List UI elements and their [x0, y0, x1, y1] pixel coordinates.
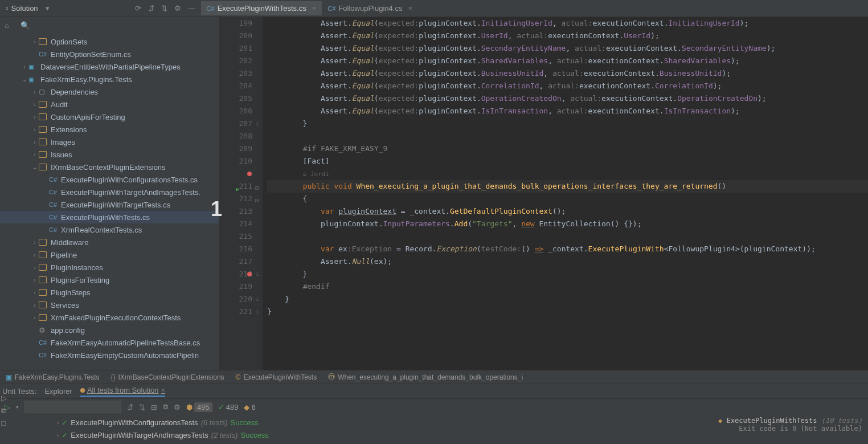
tab-label: FollowupPlugin4.cs — [338, 4, 402, 13]
chevron-right-icon[interactable]: › — [57, 432, 59, 438]
config-icon: ⚙ — [39, 326, 48, 334]
breadcrumb-item[interactable]: ⓜWhen_executing_a_plugin_that_demands_bu… — [328, 372, 523, 382]
chevron-icon[interactable]: › — [31, 315, 39, 321]
chevron-icon[interactable]: › — [31, 101, 39, 108]
tree-item[interactable]: ›PluginSteps — [0, 286, 219, 299]
filter-icon[interactable]: ⧉ — [163, 402, 168, 412]
chevron-icon[interactable]: ⌄ — [31, 164, 39, 170]
cs-icon: C# — [327, 5, 335, 12]
chevron-icon[interactable]: › — [31, 302, 39, 308]
breadcrumb-item[interactable]: {}IXrmBaseContextPluginExtensions — [111, 373, 224, 381]
code-area[interactable]: Assert.Equal(expected:pluginContext.Init… — [263, 17, 868, 370]
chevron-icon[interactable]: › — [31, 252, 39, 258]
chevron-down-icon[interactable]: ▾ — [16, 404, 19, 410]
chevron-icon[interactable]: › — [31, 290, 39, 296]
chevron-icon[interactable]: › — [31, 264, 39, 271]
sort-icon[interactable]: ⇅ — [139, 403, 145, 412]
tree-item[interactable]: ›Services — [0, 299, 219, 311]
collapse-icon[interactable]: ⇵ — [148, 4, 154, 13]
tree-item[interactable]: ›PluginsForTesting — [0, 274, 219, 286]
chevron-icon[interactable]: › — [31, 39, 39, 45]
minimize-icon[interactable]: — — [188, 4, 195, 13]
chevron-icon[interactable]: ⌄ — [21, 76, 28, 83]
tree-item[interactable]: ›Audit — [0, 98, 219, 111]
tree-label: XrmRealContextTests.cs — [61, 226, 142, 234]
chevron-right-icon[interactable]: › — [57, 419, 59, 426]
tree-item[interactable]: ›▣DataverseEntitiesWithPartialPipelineTy… — [0, 60, 219, 73]
folder-icon — [39, 138, 48, 146]
breakpoint-icon[interactable] — [247, 172, 252, 176]
tree-label: Middleware — [51, 238, 88, 247]
tree-item[interactable]: C#ExecutePluginWithTargetTests.cs — [0, 198, 219, 211]
tree-label: Extensions — [51, 125, 87, 134]
search-input[interactable] — [24, 401, 121, 413]
sync-icon[interactable]: ⟳ — [135, 4, 141, 13]
chevron-icon[interactable]: › — [31, 152, 39, 158]
tree-item[interactable]: ›Middleware — [0, 236, 219, 249]
close-icon[interactable]: × — [408, 4, 412, 13]
search-icon[interactable]: 🔍 — [21, 21, 30, 30]
close-icon[interactable]: × — [161, 386, 166, 394]
editor-tab[interactable]: C#ExecutePluginWithTests.cs× — [201, 1, 322, 15]
expand-icon[interactable]: ⇅ — [161, 4, 167, 13]
unit-tests-panel: Unit Tests: Explorer All tests from Solu… — [0, 384, 868, 444]
folder-icon — [39, 263, 48, 271]
tree-item[interactable]: ›⬡Dependencies — [0, 85, 219, 98]
chevron-icon[interactable]: › — [31, 127, 39, 133]
chevron-icon[interactable]: › — [31, 239, 39, 246]
group-icon[interactable]: ⊞ — [151, 403, 157, 412]
tree-item[interactable]: C#ExecutePluginWithConfigurationsTests.c… — [0, 173, 219, 186]
output-meta: (10 tests) — [821, 417, 862, 425]
test-status: Success — [241, 431, 269, 439]
breadcrumb-item[interactable]: ©ExecutePluginWithTests — [236, 373, 317, 381]
chevron-icon[interactable]: › — [31, 114, 39, 120]
solution-selector[interactable]: ▫ Solution ▾ — [0, 4, 55, 13]
tree-label: FakeXrmEasy.Plugins.Tests — [40, 75, 132, 84]
debug-icon[interactable]: ⧉ — [1, 406, 9, 414]
chevron-icon[interactable]: › — [31, 89, 39, 95]
tree-label: Services — [51, 301, 79, 309]
chevron-icon[interactable]: › — [31, 277, 39, 283]
stop-icon[interactable]: □ — [1, 419, 9, 427]
folder-icon — [39, 276, 48, 284]
tree-item[interactable]: C#FakeXrmEasyAutomaticPipelineTestsBase.… — [0, 336, 219, 349]
tree-item[interactable]: ›Issues — [0, 148, 219, 161]
check-icon: ✓ — [62, 418, 68, 427]
tree-icon[interactable]: ⇵ — [127, 403, 133, 412]
tree-item[interactable]: ›OptionSets — [0, 35, 219, 48]
test-row[interactable]: ›✓ExecutePluginWithTargetTests (6 tests)… — [0, 441, 868, 444]
close-icon[interactable]: × — [312, 4, 317, 13]
tree-item[interactable]: ›Pipeline — [0, 249, 219, 261]
tree-item[interactable]: C#EntityOptionSetEnum.cs — [0, 48, 219, 60]
breakpoint-icon[interactable] — [247, 272, 252, 276]
tree-item[interactable]: ›Extensions — [0, 123, 219, 136]
home-icon[interactable]: ⌂ — [5, 21, 9, 30]
chevron-icon[interactable]: › — [31, 139, 39, 145]
gear-icon[interactable]: ⚙ — [174, 4, 181, 13]
tree-item[interactable]: C#FakeXrmEasyEmptyCustomAutomaticPipelin — [0, 349, 219, 361]
tree-item[interactable]: C#XrmRealContextTests.cs — [0, 223, 219, 236]
tree-item[interactable]: C#ExecutePluginWithTargetAndImagesTests. — [0, 186, 219, 198]
tree-label: FakeXrmEasyEmptyCustomAutomaticPipelin — [51, 351, 199, 360]
tree-item[interactable]: ›XrmFakedPluginExecutionContextTests — [0, 311, 219, 324]
project-icon: ▣ — [28, 75, 38, 83]
chevron-icon[interactable]: › — [21, 64, 28, 70]
tree-item[interactable]: ›Images — [0, 136, 219, 148]
breadcrumb-item[interactable]: ▣FakeXrmEasy.Plugins.Tests — [6, 373, 100, 381]
tree-label: ExecutePluginWithTargetAndImagesTests. — [61, 188, 200, 197]
play-icon[interactable]: ▷ — [1, 394, 9, 402]
tab-explorer[interactable]: Explorer — [44, 387, 72, 396]
tree-item[interactable]: ›PluginInstances — [0, 261, 219, 274]
editor-tab[interactable]: C#FollowupPlugin4.cs× — [322, 1, 418, 15]
tree-label: ExecutePluginWithConfigurationsTests.cs — [61, 176, 198, 184]
breadcrumb-label: FakeXrmEasy.Plugins.Tests — [15, 373, 100, 381]
gear-icon[interactable]: ⚙ — [174, 403, 181, 412]
tree-item[interactable]: ⚙app.config — [0, 324, 219, 336]
tree-item[interactable]: C#ExecutePluginWithTests.cs — [0, 211, 219, 223]
tree-item[interactable]: ⌄IXrmBaseContextPluginExtensions — [0, 161, 219, 173]
tree-label: Issues — [51, 150, 72, 159]
breadcrumb: ▣FakeXrmEasy.Plugins.Tests{}IXrmBaseCont… — [0, 370, 868, 384]
tree-item[interactable]: ›CustomApisForTesting — [0, 111, 219, 123]
tab-session[interactable]: All tests from Solution × — [80, 386, 165, 397]
tree-item[interactable]: ⌄▣FakeXrmEasy.Plugins.Tests — [0, 73, 219, 85]
